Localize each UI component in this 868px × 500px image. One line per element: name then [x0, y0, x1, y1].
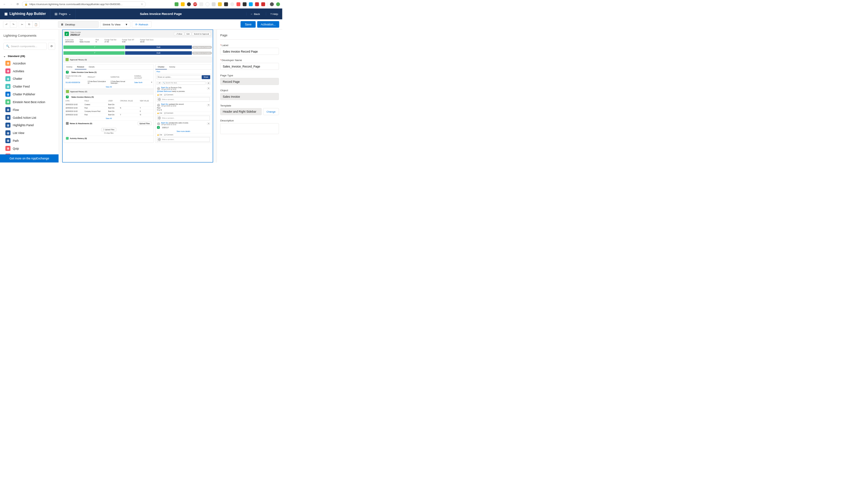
record-header[interactable]: Z Sales Invoice 2020117 + Follow Edit Su…	[63, 30, 213, 38]
view-more-link[interactable]: View more details	[155, 129, 211, 133]
cut-button[interactable]: ✂	[19, 21, 26, 27]
activation-button[interactable]: Activation...	[257, 21, 279, 27]
redo-button[interactable]: ↷	[10, 21, 17, 27]
follow-button[interactable]: + Follow	[174, 32, 184, 35]
gear-icon[interactable]	[212, 45, 213, 48]
view-all-link[interactable]: View All	[64, 117, 154, 120]
forward-nav-icon[interactable]: →	[9, 2, 14, 7]
ext-icon[interactable]	[181, 2, 184, 6]
copy-button[interactable]: ⧉	[25, 21, 33, 27]
ext-icon[interactable]	[175, 2, 178, 6]
like-button[interactable]: 👍 Like	[157, 134, 162, 136]
page-canvas[interactable]: Z Sales Invoice 2020117 + Follow Edit Su…	[62, 30, 213, 162]
sort-button[interactable]: ↑↓ ▾	[157, 82, 161, 85]
feed-menu[interactable]: ▾	[207, 104, 210, 106]
ext-icon[interactable]	[249, 2, 253, 6]
comment-button[interactable]: 💬 Comment	[164, 94, 173, 96]
component-item[interactable]: ▦Chatter	[0, 75, 59, 83]
save-button[interactable]: Save	[241, 21, 256, 27]
description-textarea[interactable]	[220, 123, 279, 134]
component-item[interactable]: ▦Chatter Publisher	[0, 90, 59, 98]
help-button[interactable]: ? Help	[266, 12, 282, 15]
pages-menu[interactable]: ▤ Pages ⌄	[50, 9, 75, 19]
like-button[interactable]: 👍 Like	[157, 112, 162, 114]
ext-icon[interactable]	[261, 2, 265, 6]
feed-refresh[interactable]: ⟳	[207, 81, 210, 84]
ext-icon[interactable]	[243, 2, 246, 6]
paste-button[interactable]: 📋	[33, 21, 40, 27]
avatar	[157, 87, 160, 90]
approval-history-bar[interactable]: Approval History (0)	[63, 57, 212, 62]
feed-menu[interactable]: ▾	[207, 123, 210, 125]
ext-icon[interactable]	[236, 2, 240, 6]
related-column[interactable]: Activity Related Details ZSales Invoice …	[64, 65, 154, 143]
component-item[interactable]: ▦Quip	[0, 145, 59, 152]
post-tab[interactable]: Post	[155, 69, 211, 74]
chatter-column[interactable]: Chatter Activity Post Share ↑↓ ▾ 🔍 Searc…	[155, 65, 211, 143]
refresh-button[interactable]: ⟳ Refresh	[132, 21, 152, 27]
comment-input[interactable]: Write a comment...	[157, 137, 210, 142]
change-template-button[interactable]: Change	[263, 108, 279, 115]
upload-button[interactable]: ⤴ Upload Files	[101, 128, 116, 131]
path-component[interactable]: ✓ Draft Mark Status as Complete	[63, 44, 213, 50]
tab-activity[interactable]: Activity	[167, 65, 178, 69]
path-component-2[interactable]: ✓ Draft Mark Status as Complete	[63, 50, 213, 56]
component-item[interactable]: ▦Guided Action List	[0, 114, 59, 122]
tab-chatter[interactable]: Chatter	[155, 65, 167, 69]
search-input[interactable]: 🔍 Search components...	[3, 43, 46, 50]
share-button[interactable]: Share	[202, 75, 210, 79]
ext-icon[interactable]	[255, 2, 259, 6]
profile-icon[interactable]	[270, 2, 274, 6]
component-item[interactable]: ▦Accordion	[0, 59, 59, 67]
ext-icon[interactable]	[187, 2, 190, 6]
ext-icon[interactable]	[218, 2, 222, 6]
component-item[interactable]: ▦Flow	[0, 106, 59, 114]
developer-name-input[interactable]	[220, 63, 279, 70]
share-input[interactable]	[157, 75, 201, 79]
feed-menu[interactable]: ▾	[207, 88, 210, 90]
back-button[interactable]: ← Back	[246, 12, 265, 15]
ext-icon[interactable]	[276, 2, 280, 6]
component-item[interactable]: ▦Path	[0, 137, 59, 145]
mark-complete-button[interactable]: Mark Status as Complete	[192, 46, 212, 49]
refresh-components-button[interactable]: ⟳	[48, 43, 55, 50]
standard-section-toggle[interactable]: ⌄ Standard (28)	[0, 53, 59, 60]
gear-icon[interactable]	[212, 51, 213, 54]
tab-related[interactable]: Related	[75, 65, 86, 69]
undo-button[interactable]: ↶	[3, 21, 10, 27]
like-button[interactable]: 👍 Like	[157, 94, 162, 96]
ext-icon[interactable]	[224, 2, 228, 6]
appexchange-link[interactable]: Get more on the AppExchange	[0, 154, 59, 162]
star-icon[interactable]: ☆	[141, 3, 143, 6]
page-icon: ▤	[55, 12, 57, 15]
component-item[interactable]: ▦List View	[0, 129, 59, 137]
url-bar[interactable]: 🔒 https://zumzum.lightning.force.com/vis…	[22, 1, 146, 7]
comment-button[interactable]: 💬 Comment	[164, 134, 173, 136]
zoom-select[interactable]: Shrink To View ▼	[100, 21, 130, 27]
ext-icon[interactable]	[206, 2, 209, 6]
ext-icon[interactable]	[211, 2, 215, 6]
mark-complete-button[interactable]: Mark Status as Complete	[192, 52, 212, 55]
feed-search[interactable]: 🔍 Search this feed...	[162, 81, 206, 85]
label-input[interactable]	[220, 48, 279, 55]
view-all-link[interactable]: View All	[64, 85, 154, 89]
comment-input[interactable]: Write a comment...	[157, 97, 210, 102]
comment-button[interactable]: 💬 Comment	[164, 112, 173, 114]
edit-button[interactable]: Edit	[185, 32, 191, 35]
abp-icon[interactable]: ABP	[193, 2, 197, 6]
component-item[interactable]: ▦Activities	[0, 67, 59, 75]
ext-icon[interactable]	[199, 2, 203, 6]
device-select[interactable]: 🖥 Desktop	[58, 21, 99, 27]
component-item[interactable]: ▦Chatter Feed	[0, 83, 59, 91]
upload-area[interactable]: ⤴ Upload Files Or drop files	[64, 126, 154, 135]
comment-input[interactable]: Write a comment...	[157, 116, 210, 121]
reload-icon[interactable]: ⟳	[15, 2, 20, 7]
component-item[interactable]: ▦Einstein Next Best Action	[0, 98, 59, 106]
back-nav-icon[interactable]: ←	[2, 2, 7, 7]
submit-button[interactable]: Submit for Approval	[192, 32, 211, 35]
component-item[interactable]: ▦Highlights Panel	[0, 122, 59, 129]
upload-files-button[interactable]: Upload Files	[138, 122, 152, 125]
ext-icon[interactable]	[230, 2, 234, 6]
tab-details[interactable]: Details	[86, 65, 97, 69]
tab-activity[interactable]: Activity	[64, 65, 75, 69]
